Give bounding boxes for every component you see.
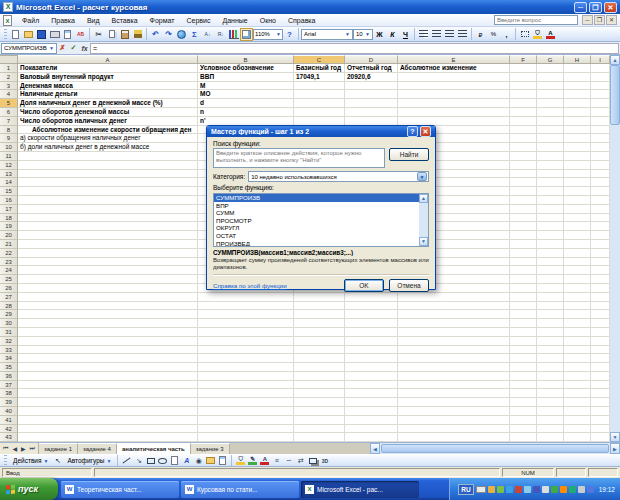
function-item[interactable]: СУММПРОИЗВ bbox=[214, 194, 428, 202]
cell-I8[interactable] bbox=[591, 126, 610, 135]
cell-H10[interactable] bbox=[564, 143, 591, 152]
undo-icon[interactable]: ↶ bbox=[149, 28, 162, 41]
cell-G17[interactable] bbox=[537, 205, 564, 214]
cell-D35[interactable] bbox=[345, 363, 398, 372]
find-button[interactable]: Найти bbox=[389, 148, 429, 161]
cell-H41[interactable] bbox=[564, 416, 591, 425]
cancel-entry-icon[interactable]: ✗ bbox=[57, 43, 68, 54]
cell-H38[interactable] bbox=[564, 389, 591, 398]
cell-G36[interactable] bbox=[537, 372, 564, 381]
row-header-32[interactable]: 32 bbox=[0, 337, 18, 346]
drawing-icon[interactable] bbox=[240, 28, 253, 41]
vertical-scrollbar[interactable]: ▲ ▼ bbox=[610, 55, 620, 442]
category-select[interactable]: 10 недавно использовавшихся ▼ bbox=[248, 171, 429, 182]
cell-A21[interactable] bbox=[18, 240, 198, 249]
sort-ascending-icon[interactable]: А↓ bbox=[201, 28, 214, 41]
cell-A8[interactable]: Абсолютное изменение скорости обращения … bbox=[18, 126, 198, 135]
workbook-close-button[interactable]: ✕ bbox=[606, 15, 617, 25]
row-header-27[interactable]: 27 bbox=[0, 293, 18, 302]
cell-G30[interactable] bbox=[537, 319, 564, 328]
cell-C31[interactable] bbox=[294, 328, 345, 337]
cell-A20[interactable] bbox=[18, 231, 198, 240]
cell-F30[interactable] bbox=[510, 319, 537, 328]
cell-I33[interactable] bbox=[591, 346, 610, 355]
cell-H24[interactable] bbox=[564, 266, 591, 275]
cell-B38[interactable] bbox=[198, 389, 294, 398]
cell-I28[interactable] bbox=[591, 302, 610, 311]
cell-H26[interactable] bbox=[564, 284, 591, 293]
last-sheet-icon[interactable]: ⏭ bbox=[28, 445, 37, 452]
cell-G3[interactable] bbox=[537, 82, 564, 91]
cell-G8[interactable] bbox=[537, 126, 564, 135]
cell-H34[interactable] bbox=[564, 354, 591, 363]
cell-F6[interactable] bbox=[510, 108, 537, 117]
cell-D40[interactable] bbox=[345, 407, 398, 416]
cell-H18[interactable] bbox=[564, 214, 591, 223]
cell-C29[interactable] bbox=[294, 310, 345, 319]
cell-F22[interactable] bbox=[510, 249, 537, 258]
cell-G25[interactable] bbox=[537, 275, 564, 284]
italic-button[interactable]: К bbox=[386, 28, 399, 41]
format-painter-icon[interactable] bbox=[131, 28, 144, 41]
keyboard-icon[interactable] bbox=[476, 486, 486, 493]
cell-I27[interactable] bbox=[591, 293, 610, 302]
cell-A9[interactable]: а) скорости обращения наличных денег bbox=[18, 134, 198, 143]
cell-A42[interactable] bbox=[18, 425, 198, 434]
row-header-36[interactable]: 36 bbox=[0, 372, 18, 381]
insert-function-icon[interactable]: fx bbox=[79, 43, 90, 54]
cell-H23[interactable] bbox=[564, 258, 591, 267]
cell-A41[interactable] bbox=[18, 416, 198, 425]
cell-G40[interactable] bbox=[537, 407, 564, 416]
cell-I19[interactable] bbox=[591, 222, 610, 231]
row-header-28[interactable]: 28 bbox=[0, 302, 18, 311]
dialog-close-icon[interactable]: ✕ bbox=[420, 126, 431, 137]
cell-I5[interactable] bbox=[591, 99, 610, 108]
cell-H31[interactable] bbox=[564, 328, 591, 337]
cell-A12[interactable] bbox=[18, 161, 198, 170]
cell-H20[interactable] bbox=[564, 231, 591, 240]
row-header-42[interactable]: 42 bbox=[0, 425, 18, 434]
cell-E36[interactable] bbox=[398, 372, 510, 381]
cell-F32[interactable] bbox=[510, 337, 537, 346]
cell-H4[interactable] bbox=[564, 90, 591, 99]
cell-I37[interactable] bbox=[591, 381, 610, 390]
function-help-link[interactable]: Справка по этой функции bbox=[213, 282, 339, 289]
row-header-25[interactable]: 25 bbox=[0, 275, 18, 284]
cell-D28[interactable] bbox=[345, 302, 398, 311]
cell-F42[interactable] bbox=[510, 425, 537, 434]
name-box[interactable]: СУММПРОИЗВ ▼ bbox=[1, 43, 57, 54]
cell-E40[interactable] bbox=[398, 407, 510, 416]
cell-G6[interactable] bbox=[537, 108, 564, 117]
cell-I32[interactable] bbox=[591, 337, 610, 346]
cell-E29[interactable] bbox=[398, 310, 510, 319]
cell-H3[interactable] bbox=[564, 82, 591, 91]
cell-H19[interactable] bbox=[564, 222, 591, 231]
workbook-minimize-button[interactable]: ─ bbox=[582, 15, 593, 25]
cell-H27[interactable] bbox=[564, 293, 591, 302]
cell-H29[interactable] bbox=[564, 310, 591, 319]
row-header-13[interactable]: 13 bbox=[0, 170, 18, 179]
workbook-icon[interactable]: X bbox=[3, 15, 12, 26]
dash-style-icon[interactable]: ┄ bbox=[283, 455, 294, 466]
enter-entry-icon[interactable]: ✓ bbox=[68, 43, 79, 54]
cell-B37[interactable] bbox=[198, 381, 294, 390]
cell-F37[interactable] bbox=[510, 381, 537, 390]
column-header-D[interactable]: D bbox=[345, 55, 398, 64]
cancel-button[interactable]: Отмена bbox=[389, 279, 429, 292]
cell-B30[interactable] bbox=[198, 319, 294, 328]
column-header-H[interactable]: H bbox=[564, 55, 591, 64]
cell-C43[interactable] bbox=[294, 433, 345, 442]
function-item[interactable]: СУММ bbox=[214, 209, 428, 217]
cell-F43[interactable] bbox=[510, 433, 537, 442]
cell-I12[interactable] bbox=[591, 161, 610, 170]
cell-H9[interactable] bbox=[564, 134, 591, 143]
cell-B3[interactable]: М bbox=[198, 82, 294, 91]
workbook-restore-button[interactable]: ❐ bbox=[594, 15, 605, 25]
row-header-9[interactable]: 9 bbox=[0, 134, 18, 143]
row-header-19[interactable]: 19 bbox=[0, 222, 18, 231]
cell-G29[interactable] bbox=[537, 310, 564, 319]
actions-menu[interactable]: Действия▼ bbox=[10, 457, 51, 464]
diagram-icon[interactable]: ◉ bbox=[193, 455, 204, 466]
cell-A17[interactable] bbox=[18, 205, 198, 214]
font-name-select[interactable]: Arial ▼ bbox=[301, 29, 353, 40]
